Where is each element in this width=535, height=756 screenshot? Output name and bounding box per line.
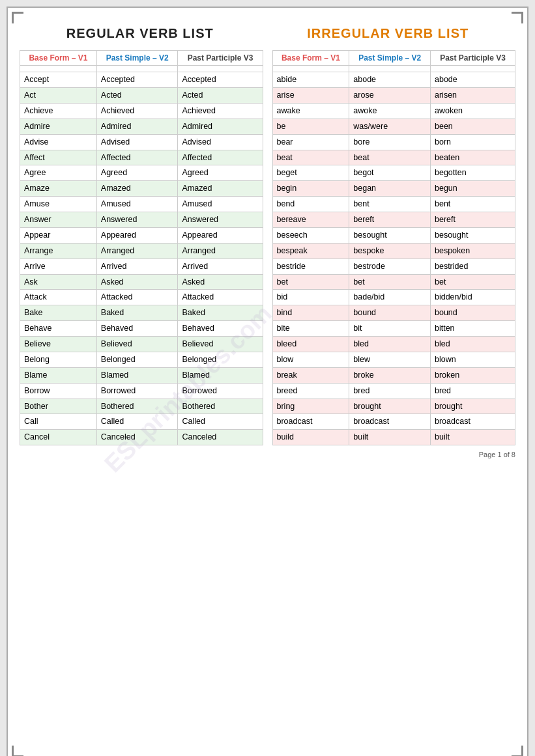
base-form-cell: bid [272,290,349,305]
base-form-cell: Bother [20,399,97,414]
past-participle-cell: bidden/bid [430,290,515,305]
irregular-verb-table: Base Form – V1 Past Simple – V2 Past Par… [272,50,516,445]
past-simple-cell: Appeared [96,227,178,243]
base-form-cell: broadcast [272,414,349,430]
past-participle-cell: bereft [430,212,515,228]
past-simple-cell: Baked [96,305,178,321]
base-form-cell: Cancel [20,430,97,445]
past-simple-cell: Believed [96,337,178,352]
table-row: breakbrokebroken [272,367,515,383]
table-row: buildbuiltbuilt [272,430,515,445]
tables-container: Base Form – V1 Past Simple – V2 Past Par… [20,50,515,445]
table-row: blowblewblown [272,352,515,367]
past-simple-cell: bereft [349,212,431,228]
table-row: AchieveAchievedAchieved [20,103,263,119]
past-participle-cell: bound [430,305,515,321]
past-simple-cell: Bothered [96,399,178,414]
past-participle-cell: been [430,119,515,134]
past-participle-cell: born [430,134,515,150]
past-participle-cell: arisen [430,88,515,104]
past-simple-cell: bade/bid [349,290,431,305]
table-row: bearboreborn [272,134,515,150]
table-row: beginbeganbegun [272,181,515,197]
past-participle-cell: awoken [430,103,515,119]
base-form-cell: break [272,367,349,383]
past-participle-cell: begun [430,181,515,197]
past-participle-cell: Advised [178,134,263,150]
table-row: AdviseAdvisedAdvised [20,134,263,150]
table-row: AcceptAcceptedAccepted [20,72,263,88]
table-row: bringbroughtbrought [272,399,515,414]
table-row: breedbredbred [272,383,515,399]
base-form-cell: bite [272,321,349,337]
base-form-cell: Arrive [20,259,97,274]
past-simple-cell: besought [349,227,431,243]
past-simple-cell: Arrived [96,259,178,274]
past-simple-cell: bespoke [349,243,431,259]
past-participle-cell: Acted [178,88,263,104]
past-simple-cell: Behaved [96,321,178,337]
past-participle-cell: Baked [178,305,263,321]
past-simple-cell: Amused [96,197,178,212]
past-simple-cell: begot [349,165,431,181]
table-row: AmazeAmazedAmazed [20,181,263,197]
table-row: bendbentbent [272,197,515,212]
table-row: bitebitbitten [272,321,515,337]
past-simple-cell: Amazed [96,181,178,197]
past-participle-cell: bent [430,197,515,212]
past-participle-cell: bespoken [430,243,515,259]
base-form-cell: begin [272,181,349,197]
past-simple-cell: Admired [96,119,178,134]
past-participle-cell: Bothered [178,399,263,414]
base-form-cell: beseech [272,227,349,243]
base-form-cell: abide [272,72,349,88]
table-row: AmuseAmusedAmused [20,197,263,212]
past-simple-cell: Affected [96,150,178,165]
corner-decoration-tl [12,12,23,23]
table-row: BelieveBelievedBelieved [20,337,263,352]
table-row: AgreeAgreedAgreed [20,165,263,181]
base-form-cell: arise [272,88,349,104]
past-participle-cell: Asked [178,274,263,290]
base-form-cell: breed [272,383,349,399]
base-form-cell: Appear [20,227,97,243]
base-form-cell: Agree [20,165,97,181]
past-simple-cell: Called [96,414,178,430]
past-participle-cell: Called [178,414,263,430]
base-form-cell: Blame [20,367,97,383]
past-simple-cell: awoke [349,103,431,119]
past-participle-cell: Agreed [178,165,263,181]
past-participle-cell: built [430,430,515,445]
table-row: betbetbet [272,274,515,290]
past-simple-cell: Acted [96,88,178,104]
past-simple-cell: Borrowed [96,383,178,399]
past-participle-cell: brought [430,399,515,414]
table-row: bespeakbespokebespoken [272,243,515,259]
base-form-cell: bleed [272,337,349,352]
past-simple-cell: Agreed [96,165,178,181]
past-participle-cell: Attacked [178,290,263,305]
past-participle-cell: Behaved [178,321,263,337]
table-row: bleedbledbled [272,337,515,352]
base-form-cell: Accept [20,72,97,88]
irregular-title: IRREGULAR VERB LIST [307,26,469,41]
past-simple-cell: bound [349,305,431,321]
base-form-cell: Ask [20,274,97,290]
past-simple-cell: Asked [96,274,178,290]
table-row: beatbeatbeaten [272,150,515,165]
past-simple-cell: bet [349,274,431,290]
past-participle-cell: Achieved [178,103,263,119]
base-form-cell: Achieve [20,103,97,119]
past-participle-cell: Affected [178,150,263,165]
past-simple-cell: bled [349,337,431,352]
table-row: ArrangeArrangedArranged [20,243,263,259]
irr-header-participle: Past Participle V3 [430,51,515,66]
past-simple-cell: brought [349,399,431,414]
past-participle-cell: abode [430,72,515,88]
table-row: BotherBotheredBothered [20,399,263,414]
past-simple-cell: Arranged [96,243,178,259]
past-participle-cell: Admired [178,119,263,134]
table-row: bewas/werebeen [272,119,515,134]
past-participle-cell: bled [430,337,515,352]
past-simple-cell: Advised [96,134,178,150]
